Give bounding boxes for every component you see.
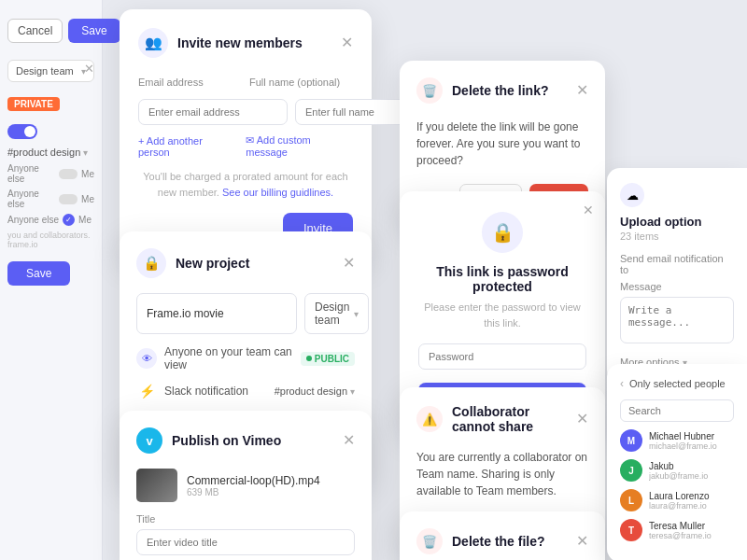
team-label: Design team — [315, 301, 349, 327]
invite-info-text: You'll be charged a prorated amount for … — [138, 169, 353, 200]
slack-row: ⚡ Slack notification #product design ▾ — [136, 381, 355, 401]
vimeo-filesize: 639 MB — [187, 487, 320, 497]
add-person-link[interactable]: + Add another person — [138, 134, 234, 158]
people-panel-title: Only selected people — [629, 378, 726, 389]
people-search-input[interactable] — [620, 399, 734, 422]
list-item[interactable]: J Jakub jakub@frame.io — [620, 459, 734, 482]
save-bottom-button[interactable]: Save — [7, 261, 70, 286]
vimeo-filename: Commercial-loop(HD).mp4 — [187, 474, 320, 487]
delete-file-header: 🗑️ Delete the file? ✕ — [416, 528, 588, 554]
invite-form-inputs — [138, 99, 353, 125]
anyone-toggle-2[interactable] — [59, 194, 78, 204]
visibility-text: Anyone on your team can view — [164, 345, 293, 371]
cancel-button[interactable]: Cancel — [7, 19, 63, 43]
thumbnail-image — [136, 469, 177, 502]
delete-file-modal: 🗑️ Delete the file? ✕ — [400, 511, 605, 560]
team-dropdown[interactable]: Design team ▾ — [304, 293, 369, 334]
anyone-toggle-1[interactable] — [59, 169, 78, 179]
person-name: Michael Hubner — [649, 431, 734, 441]
design-team-dropdown[interactable]: Design team ▾ — [7, 60, 94, 82]
delete-link-title: Delete the link? — [452, 83, 567, 98]
vimeo-close-icon[interactable]: ✕ — [343, 433, 355, 448]
fullname-label: Full name (optional) — [249, 77, 340, 88]
slack-icon: ⚡ — [136, 381, 157, 401]
person-name: Teresa Muller — [649, 521, 734, 531]
password-close-icon[interactable]: ✕ — [583, 203, 594, 217]
product-design-tag: #product design ▾ — [7, 147, 94, 158]
anyone-row-3: Anyone else ✓ Me — [7, 214, 94, 226]
collab-modal-title: Collaborator cannot share — [452, 404, 567, 434]
person-info: Teresa Muller teresa@frame.io — [649, 521, 734, 540]
public-dot — [306, 356, 312, 361]
billing-link[interactable]: See our billing guidlines. — [222, 187, 333, 198]
password-input[interactable] — [418, 343, 586, 370]
send-email-label: Send email notification to — [620, 253, 734, 275]
person-name: Laura Lorenzo — [649, 491, 734, 501]
vimeo-file-info: Commercial-loop(HD).mp4 639 MB — [187, 474, 320, 497]
add-message-link[interactable]: ✉ Add custom message — [246, 134, 353, 158]
invite-modal-header: 👥 Invite new members ✕ — [138, 28, 353, 58]
new-project-header: 🔒 New project ✕ — [136, 248, 355, 278]
invite-close-icon[interactable]: ✕ — [341, 35, 353, 50]
vimeo-title-input[interactable] — [136, 529, 355, 555]
password-modal-subtitle: Please enter the password to view this l… — [418, 300, 586, 330]
upload-panel-title: Upload option — [620, 215, 734, 229]
invite-modal-title: Invite new members — [177, 35, 331, 50]
avatar: M — [620, 429, 642, 452]
vimeo-modal-header: v Publish on Vimeo ✕ — [136, 427, 355, 454]
person-email: jakub@frame.io — [649, 471, 734, 481]
person-name: Jakub — [649, 461, 734, 471]
upload-count: 23 items — [620, 231, 734, 242]
collab-close-icon[interactable]: ✕ — [576, 412, 588, 427]
list-item[interactable]: L Laura Lorenzo laura@frame.io — [620, 489, 734, 511]
list-item[interactable]: M Michael Hubner michael@frame.io — [620, 429, 734, 452]
delete-file-icon: 🗑️ — [416, 528, 443, 554]
chevron-down-icon: ▾ — [350, 386, 355, 397]
avatar: L — [620, 489, 642, 511]
collab-warning-icon: ⚠️ — [416, 406, 443, 432]
project-name-input[interactable] — [136, 293, 297, 334]
people-header: ‹ Only selected people — [620, 377, 734, 390]
cancel-save-row: Cancel Save — [0, 11, 102, 50]
delete-file-title: Delete the file? — [452, 534, 567, 549]
close-icon[interactable]: ✕ — [84, 62, 94, 76]
person-info: Jakub jakub@frame.io — [649, 461, 734, 481]
left-background-panel: Cancel Save ✕ Design team ▾ PRIVATE #pro… — [0, 0, 103, 560]
collab-note: you and collaborators.frame.io — [7, 231, 94, 249]
email-label: Email address — [138, 77, 204, 88]
message-textarea[interactable] — [620, 297, 734, 343]
person-email: michael@frame.io — [649, 441, 734, 451]
invite-link-row: + Add another person ✉ Add custom messag… — [138, 134, 353, 158]
list-item[interactable]: T Teresa Muller teresa@frame.io — [620, 519, 734, 541]
invite-form-labels: Email address Full name (optional) — [138, 73, 353, 90]
person-email: laura@frame.io — [649, 501, 734, 511]
delete-link-close-icon[interactable]: ✕ — [576, 83, 588, 98]
chevron-down-icon: ▾ — [83, 147, 88, 158]
vimeo-modal: v Publish on Vimeo ✕ Commercial-loop(HD)… — [120, 411, 372, 560]
vimeo-modal-title: Publish on Vimeo — [172, 433, 333, 448]
toggle-switch[interactable] — [7, 124, 37, 139]
delete-link-icon: 🗑️ — [416, 77, 443, 104]
vimeo-icon: v — [136, 427, 162, 454]
vimeo-title-label: Title — [136, 513, 355, 525]
save-button[interactable]: Save — [68, 19, 120, 43]
new-project-close-icon[interactable]: ✕ — [343, 256, 355, 271]
visibility-icon: 👁 — [136, 348, 157, 369]
delete-link-header: 🗑️ Delete the link? ✕ — [416, 77, 588, 104]
anyone-row-2: Anyone else Me — [7, 189, 94, 209]
delete-file-close-icon[interactable]: ✕ — [576, 534, 588, 549]
check-icon[interactable]: ✓ — [63, 214, 75, 226]
message-label: Message — [620, 281, 734, 292]
project-name-team-row: Design team ▾ — [136, 293, 355, 334]
person-email: teresa@frame.io — [649, 531, 734, 540]
private-badge: PRIVATE — [7, 97, 60, 111]
slack-text: Slack notification — [164, 385, 267, 398]
upload-options-panel: ☁ Upload option 23 items Send email noti… — [607, 168, 747, 383]
people-list: M Michael Hubner michael@frame.io J Jaku… — [620, 429, 734, 541]
slack-tag: #product design ▾ — [275, 385, 355, 397]
people-panel: ‹ Only selected people M Michael Hubner … — [607, 364, 747, 560]
chevron-left-icon: ‹ — [620, 377, 624, 390]
vimeo-media-row: Commercial-loop(HD).mp4 639 MB — [136, 469, 355, 502]
collab-modal-header: ⚠️ Collaborator cannot share ✕ — [416, 404, 588, 434]
email-input[interactable] — [138, 99, 288, 125]
